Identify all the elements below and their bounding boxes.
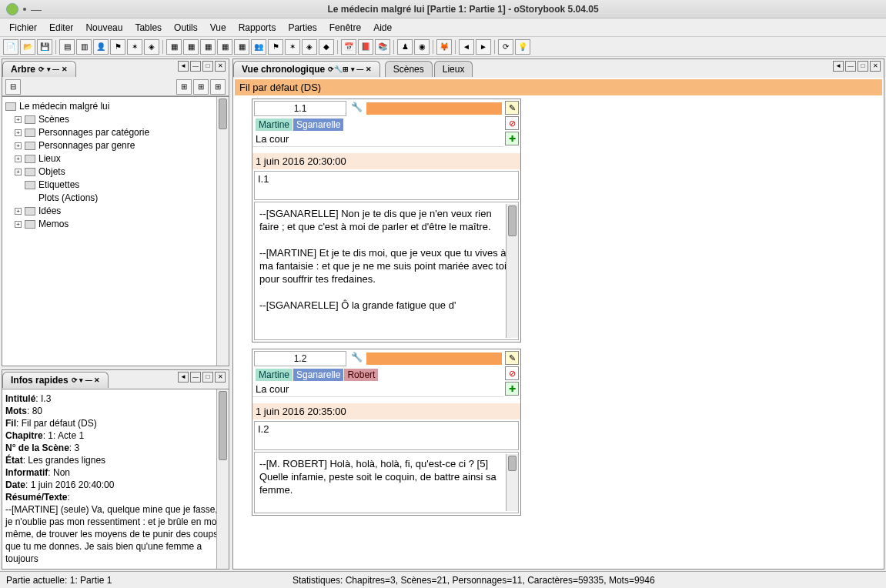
toolbar-next-icon[interactable]: ► — [476, 39, 491, 55]
menu-nouveau[interactable]: Nouveau — [79, 21, 129, 35]
toolbar-grid2-icon[interactable]: ▦ — [200, 39, 216, 55]
toolbar-new-icon[interactable]: 📄 — [3, 39, 18, 55]
menu-tables[interactable]: Tables — [129, 21, 168, 35]
toolbar-doc-icon[interactable]: ▤ — [59, 39, 75, 55]
scene-datetime: 1 juin 2016 20:30:00 — [252, 153, 520, 169]
tree-scrollbar[interactable] — [216, 97, 229, 366]
chrono-panel-min-icon[interactable]: — — [845, 61, 856, 72]
menu-fenetre[interactable]: Fenêtre — [323, 21, 367, 35]
chrono-panel-max-icon[interactable]: □ — [858, 61, 868, 72]
toolbar-location-icon[interactable]: ⚑ — [110, 39, 125, 55]
toolbar-mark-icon[interactable]: ◆ — [319, 39, 334, 55]
tree-node-chars-genre[interactable]: +Personnages par genre — [5, 139, 226, 152]
char-tag-sganarelle[interactable]: Sganarelle — [293, 119, 343, 131]
menu-outils[interactable]: Outils — [168, 21, 204, 35]
scene-edit-button[interactable]: ✎ — [505, 101, 519, 115]
tab-scenes[interactable]: Scènes — [385, 61, 433, 77]
window-minimize-button[interactable]: — — [31, 3, 42, 15]
scene-edit-button[interactable]: ✎ — [505, 351, 519, 365]
tree-root[interactable]: Le médecin malgré lui — [5, 100, 226, 113]
panel-max-icon[interactable]: □ — [202, 61, 213, 72]
tree-node-idees[interactable]: +Idées — [5, 205, 226, 218]
menu-parties[interactable]: Parties — [282, 21, 323, 35]
chrono-panel-tab-icons[interactable]: ⟳🔧⊞ ▾ — ✕ — [328, 65, 372, 73]
scene-text-area[interactable]: --[SGANARELLE] Non je te dis que je n'en… — [254, 202, 519, 340]
tree-panel-tab-icons[interactable]: ⟳ ▾ — ✕ — [38, 65, 68, 73]
info-panel-close-icon[interactable]: ✕ — [215, 372, 226, 383]
toolbar-grid3-icon[interactable]: ▦ — [217, 39, 232, 55]
panel-min-icon[interactable]: — — [190, 61, 201, 72]
toolbar-calendar-icon[interactable]: 📅 — [341, 39, 356, 55]
toolbar-grid-icon[interactable]: ▦ — [183, 39, 199, 55]
scene-characters: MartineSganarelle — [252, 118, 503, 132]
chrono-panel-tab[interactable]: Vue chronologique ⟳🔧⊞ ▾ — ✕ — [233, 61, 380, 77]
toolbar-people-icon[interactable]: 👥 — [251, 39, 266, 55]
tree-node-etiquettes[interactable]: Etiquettes — [5, 179, 226, 192]
scene-add-button[interactable]: ✚ — [505, 382, 519, 396]
tree-toolbar-grid3-icon[interactable]: ⊞ — [210, 79, 226, 95]
menu-rapports[interactable]: Rapports — [232, 21, 283, 35]
menu-vue[interactable]: Vue — [204, 21, 232, 35]
scene-text-area[interactable]: --[M. ROBERT] Holà, holà, holà, fi, qu'e… — [254, 452, 519, 513]
panel-prev-icon[interactable]: ◄ — [178, 61, 189, 72]
tree-node-chars-cat[interactable]: +Personnages par catégorie — [5, 126, 226, 139]
toolbar-books-icon[interactable]: 📚 — [375, 39, 390, 55]
toolbar-prev-icon[interactable]: ◄ — [459, 39, 474, 55]
toolbar-person-icon[interactable]: 👤 — [93, 39, 109, 55]
toolbar-grid4-icon[interactable]: ▦ — [234, 39, 249, 55]
scene-id-field[interactable]: I.1 — [254, 171, 519, 200]
tree-node-memos[interactable]: +Memos — [5, 218, 226, 231]
toolbar-spiral-icon[interactable]: ◉ — [414, 39, 430, 55]
info-panel-title: Infos rapides — [11, 375, 69, 386]
toolbar-refresh-icon[interactable]: ⟳ — [498, 39, 513, 55]
toolbar-book-icon[interactable]: 📕 — [358, 39, 373, 55]
tree-toolbar-struct-icon[interactable]: ⊟ — [5, 79, 21, 95]
toolbar-table-icon[interactable]: ▦ — [166, 39, 182, 55]
char-tag-robert[interactable]: Robert — [344, 369, 378, 381]
toolbar-flag-icon[interactable]: ⚑ — [268, 39, 283, 55]
menu-fichier[interactable]: Fichier — [3, 21, 43, 35]
chrono-panel-close-icon[interactable]: ✕ — [870, 61, 881, 72]
char-tag-sganarelle[interactable]: Sganarelle — [293, 369, 343, 381]
menu-aide[interactable]: Aide — [367, 21, 398, 35]
toolbar-gear-icon[interactable]: ✶ — [127, 39, 142, 55]
scene-add-button[interactable]: ✚ — [505, 132, 519, 145]
info-scrollbar[interactable] — [216, 389, 229, 569]
wrench-icon[interactable]: 🔧 — [349, 102, 363, 115]
tree-node-lieux[interactable]: +Lieux — [5, 152, 226, 165]
toolbar-fox-icon[interactable]: 🦊 — [436, 39, 452, 55]
wrench-icon[interactable]: 🔧 — [349, 352, 363, 366]
menu-editer[interactable]: Editer — [43, 21, 79, 35]
scene-id-field[interactable]: I.2 — [254, 421, 519, 450]
tab-lieux[interactable]: Lieux — [434, 61, 473, 77]
toolbar-save-icon[interactable]: 💾 — [37, 39, 52, 55]
project-tree[interactable]: Le médecin malgré lui +Scènes +Personnag… — [2, 97, 229, 234]
info-panel-tab[interactable]: Infos rapides ⟳ ▾ — ✕ — [2, 372, 109, 388]
toolbar-open-icon[interactable]: 📂 — [20, 39, 35, 55]
char-tag-martine[interactable]: Martine — [256, 369, 293, 381]
window-close-button[interactable] — [6, 3, 18, 15]
toolbar-star-icon[interactable]: ✶ — [285, 39, 300, 55]
scene-delete-button[interactable]: ⊘ — [505, 366, 519, 380]
toolbar-doc2-icon[interactable]: ▥ — [76, 39, 92, 55]
tree-node-objets[interactable]: +Objets — [5, 165, 226, 179]
chrono-panel-prev-icon[interactable]: ◄ — [833, 61, 844, 72]
tree-node-plots[interactable]: Plots (Actions) — [5, 192, 226, 205]
tree-panel-tab[interactable]: Arbre ⟳ ▾ — ✕ — [2, 61, 76, 77]
toolbar-bulb-icon[interactable]: 💡 — [515, 39, 530, 55]
tree-node-scenes[interactable]: +Scènes — [5, 113, 226, 126]
scene-delete-button[interactable]: ⊘ — [505, 116, 519, 130]
tree-toolbar-grid1-icon[interactable]: ⊞ — [176, 79, 192, 95]
info-panel-prev-icon[interactable]: ◄ — [178, 372, 189, 383]
tree-toolbar-grid2-icon[interactable]: ⊞ — [193, 79, 209, 95]
toolbar-tag-icon[interactable]: ◈ — [144, 39, 159, 55]
char-tag-martine[interactable]: Martine — [256, 119, 293, 131]
info-panel-max-icon[interactable]: □ — [202, 372, 213, 383]
toolbar-pawn-icon[interactable]: ♟ — [397, 39, 413, 55]
info-panel-min-icon[interactable]: — — [190, 372, 201, 383]
toolbar-tags-icon[interactable]: ◈ — [302, 39, 317, 55]
scene-text-scrollbar[interactable] — [506, 454, 518, 511]
scene-text-scrollbar[interactable] — [506, 204, 518, 338]
info-panel-tab-icons[interactable]: ⟳ ▾ — ✕ — [72, 376, 101, 384]
panel-close-icon[interactable]: ✕ — [215, 61, 226, 72]
